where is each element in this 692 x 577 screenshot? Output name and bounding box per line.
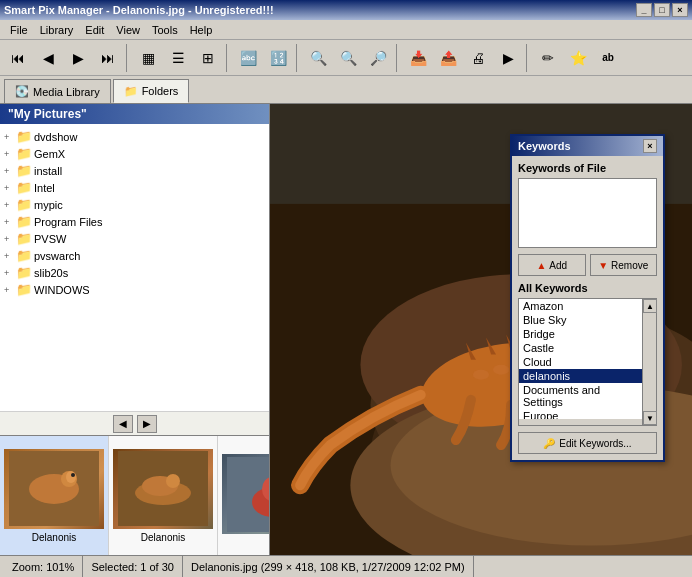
view-size-button[interactable]: ⊞ (194, 44, 222, 72)
thumb-item-0[interactable]: Delanonis (0, 436, 109, 555)
nav-next-thumb[interactable]: ▶ (137, 415, 157, 433)
kw-item-cloud[interactable]: Cloud (519, 355, 642, 369)
maximize-button[interactable]: □ (654, 3, 670, 17)
tree-item-pvswarch[interactable]: + 📁 pvswarch (4, 247, 265, 264)
all-keywords-label: All Keywords (518, 282, 657, 294)
svg-point-8 (166, 474, 180, 488)
sort-num-button[interactable]: 🔢 (264, 44, 292, 72)
tree-item-slib20s[interactable]: + 📁 slib20s (4, 264, 265, 281)
tree-label: WINDOWS (34, 284, 90, 296)
tree-item-pvsw[interactable]: + 📁 PVSW (4, 230, 265, 247)
nav-last-button[interactable]: ⏭ (94, 44, 122, 72)
kw-item-europe[interactable]: Europe (519, 409, 642, 419)
tree-toggle: + (4, 166, 14, 176)
dialog-close-button[interactable]: × (643, 139, 657, 153)
tree-item-mypic[interactable]: + 📁 mypic (4, 196, 265, 213)
folder-icon: 📁 (16, 197, 32, 212)
fileinfo-status: Delanonis.jpg (299 × 418, 108 KB, 1/27/2… (183, 556, 474, 577)
title-bar: Smart Pix Manager - Delanonis.jpg - Unre… (0, 0, 692, 20)
remove-arrow-icon: ▼ (598, 260, 608, 271)
nav-prev-button[interactable]: ◀ (34, 44, 62, 72)
tree-item-install[interactable]: + 📁 install (4, 162, 265, 179)
thumb-item-2[interactable] (218, 436, 269, 555)
separator-1 (126, 44, 130, 72)
menu-library[interactable]: Library (34, 22, 80, 38)
tree-item-program-files[interactable]: + 📁 Program Files (4, 213, 265, 230)
minimize-button[interactable]: _ (636, 3, 652, 17)
menu-bar: File Library Edit View Tools Help (0, 20, 692, 40)
keywords-of-file-label: Keywords of File (518, 162, 657, 174)
tree-item-intel[interactable]: + 📁 Intel (4, 179, 265, 196)
search-button[interactable]: 🔎 (364, 44, 392, 72)
slideshow-button[interactable]: ▶ (494, 44, 522, 72)
folder-icon: 📁 (16, 214, 32, 229)
remove-keyword-label: Remove (611, 260, 648, 271)
kw-item-amazon[interactable]: Amazon (519, 299, 642, 313)
tree-toggle: + (4, 251, 14, 261)
kw-item-castle[interactable]: Castle (519, 341, 642, 355)
view-grid-button[interactable]: ▦ (134, 44, 162, 72)
remove-keyword-button[interactable]: ▼ Remove (590, 254, 658, 276)
folder-icon: 📁 (16, 180, 32, 195)
kw-scroll-up[interactable]: ▲ (643, 299, 657, 313)
zoom-out-button[interactable]: 🔍 (334, 44, 362, 72)
lizard-thumb-svg-1 (118, 451, 208, 526)
nav-controls: ◀ ▶ (0, 411, 269, 435)
kw-item-bluesky[interactable]: Blue Sky (519, 313, 642, 327)
tree-item-dvdshow[interactable]: + 📁 dvdshow (4, 128, 265, 145)
nav-next-button[interactable]: ▶ (64, 44, 92, 72)
text-button[interactable]: ab (594, 44, 622, 72)
bird-thumb-svg (227, 457, 269, 532)
menu-help[interactable]: Help (184, 22, 219, 38)
kw-item-delanonis[interactable]: delanonis (519, 369, 642, 383)
star-button[interactable]: ⭐ (564, 44, 592, 72)
svg-point-30 (493, 365, 509, 375)
import-button[interactable]: 📥 (404, 44, 432, 72)
zoom-in-button[interactable]: 🔍 (304, 44, 332, 72)
view-list-button[interactable]: ☰ (164, 44, 192, 72)
tree-item-gemx[interactable]: + 📁 GemX (4, 145, 265, 162)
right-panel: Keywords × Keywords of File ▲ Add ▼ Remo… (270, 104, 692, 555)
all-keywords-container: Amazon Blue Sky Bridge Castle Cloud dela… (518, 298, 657, 426)
zoom-status: Zoom: 101% (4, 556, 83, 577)
folder-icon: 📁 (16, 163, 32, 178)
tree-label: slib20s (34, 267, 68, 279)
folder-icon: 📁 (16, 231, 32, 246)
left-panel: "My Pictures" + 📁 dvdshow + 📁 GemX + 📁 i… (0, 104, 270, 555)
media-library-icon: 💽 (15, 85, 29, 98)
export-button[interactable]: 📤 (434, 44, 462, 72)
edit-keywords-button[interactable]: 🔑 Edit Keywords... (518, 432, 657, 454)
status-bar: Zoom: 101% Selected: 1 of 30 Delanonis.j… (0, 555, 692, 577)
tree-label: install (34, 165, 62, 177)
tab-media-library[interactable]: 💽 Media Library (4, 79, 111, 103)
menu-file[interactable]: File (4, 22, 34, 38)
dialog-title-bar: Keywords × (512, 136, 663, 156)
kw-item-bridge[interactable]: Bridge (519, 327, 642, 341)
menu-view[interactable]: View (110, 22, 146, 38)
folder-icon: 📁 (16, 129, 32, 144)
close-button[interactable]: × (672, 3, 688, 17)
sort-alpha-button[interactable]: 🔤 (234, 44, 262, 72)
toolbar: ⏮ ◀ ▶ ⏭ ▦ ☰ ⊞ 🔤 🔢 🔍 🔍 🔎 📥 📤 🖨 ▶ ✏ ⭐ ab (0, 40, 692, 76)
svg-point-3 (66, 471, 76, 483)
selected-status: Selected: 1 of 30 (83, 556, 183, 577)
tab-folders[interactable]: 📁 Folders (113, 79, 190, 103)
thumb-item-1[interactable]: Delanonis (109, 436, 218, 555)
tab-folders-label: Folders (142, 85, 179, 97)
tree-label: Program Files (34, 216, 102, 228)
print-button[interactable]: 🖨 (464, 44, 492, 72)
nav-first-button[interactable]: ⏮ (4, 44, 32, 72)
kw-item-documents[interactable]: Documents and Settings (519, 383, 642, 409)
add-keyword-button[interactable]: ▲ Add (518, 254, 586, 276)
svg-point-29 (473, 370, 489, 380)
menu-tools[interactable]: Tools (146, 22, 184, 38)
kw-list-scrollbar: ▲ ▼ (642, 299, 656, 425)
tree-item-windows[interactable]: + 📁 WINDOWS (4, 281, 265, 298)
kw-scroll-down[interactable]: ▼ (643, 411, 657, 425)
separator-4 (396, 44, 400, 72)
menu-edit[interactable]: Edit (79, 22, 110, 38)
tree-label: dvdshow (34, 131, 77, 143)
edit-img-button[interactable]: ✏ (534, 44, 562, 72)
nav-prev-thumb[interactable]: ◀ (113, 415, 133, 433)
folder-icon: 📁 (16, 265, 32, 280)
